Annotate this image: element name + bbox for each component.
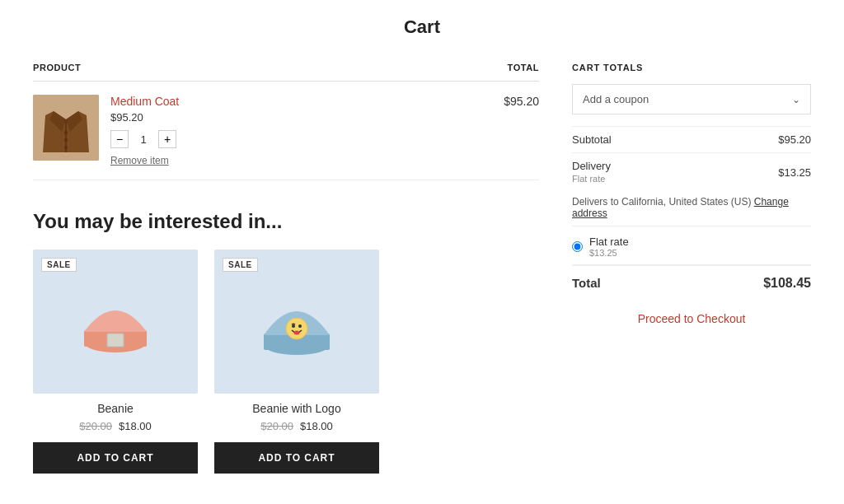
upsell-image-beanie-logo: SALE xyxy=(214,250,379,394)
svg-point-13 xyxy=(286,318,307,339)
remove-item-link[interactable]: Remove item xyxy=(110,155,169,166)
sale-badge-logo: SALE xyxy=(223,258,258,272)
product-cell: Medium Coat $95.20 − 1 + Remove item xyxy=(33,95,441,166)
total-col-header: TOTAL xyxy=(441,63,539,82)
svg-point-16 xyxy=(294,330,300,334)
upsell-name-beanie-logo: Beanie with Logo xyxy=(214,402,379,415)
old-price-beanie: $20.00 xyxy=(79,420,112,432)
add-to-cart-beanie-logo-button[interactable]: ADD TO CART xyxy=(214,442,379,474)
delivery-value: $13.25 xyxy=(702,153,811,192)
flat-rate-row: Flat rate $13.25 xyxy=(572,226,811,258)
total-label: Total xyxy=(572,276,601,291)
quantity-control: − 1 + xyxy=(110,130,179,148)
svg-point-6 xyxy=(64,138,68,142)
svg-point-15 xyxy=(298,324,302,328)
total-row: Total $108.45 xyxy=(572,264,811,291)
upsell-prices-beanie-logo: $20.00 $18.00 xyxy=(214,420,379,432)
new-price-beanie: $18.00 xyxy=(119,420,152,432)
cart-table: PRODUCT TOTAL xyxy=(33,63,539,180)
product-col-header: PRODUCT xyxy=(33,63,441,82)
upsell-section: You may be interested in... SALE xyxy=(33,210,539,474)
coupon-label: Add a coupon xyxy=(583,93,649,105)
product-image xyxy=(33,95,99,161)
delivery-row: Delivery Flat rate $13.25 xyxy=(572,153,811,192)
cart-sidebar: CART TOTALS Add a coupon ⌄ Subtotal $95.… xyxy=(572,63,811,474)
upsell-card-beanie-logo: SALE xyxy=(214,250,379,474)
flat-rate-label: Flat rate xyxy=(589,236,629,248)
product-name: Medium Coat xyxy=(110,95,179,108)
flat-rate-sub: $13.25 xyxy=(589,248,629,258)
svg-point-7 xyxy=(64,146,68,149)
totals-table: Subtotal $95.20 Delivery Flat rate $13.2… xyxy=(572,126,811,191)
subtotal-value: $95.20 xyxy=(702,127,811,153)
svg-point-5 xyxy=(64,131,68,134)
quantity-value: 1 xyxy=(135,133,152,146)
delivery-address: Delivers to California, United States (U… xyxy=(572,196,811,219)
total-value: $108.45 xyxy=(763,276,811,291)
upsell-card-beanie: SALE Beanie $20. xyxy=(33,250,198,474)
upsell-title: You may be interested in... xyxy=(33,210,539,233)
chevron-down-icon: ⌄ xyxy=(792,94,800,105)
coupon-row[interactable]: Add a coupon ⌄ xyxy=(572,84,811,114)
add-to-cart-beanie-button[interactable]: ADD TO CART xyxy=(33,442,198,474)
old-price-beanie-logo: $20.00 xyxy=(260,420,293,432)
upsell-name-beanie: Beanie xyxy=(33,402,198,415)
sale-badge: SALE xyxy=(41,258,77,272)
subtotal-row: Subtotal $95.20 xyxy=(572,127,811,153)
upsell-prices-beanie: $20.00 $18.00 xyxy=(33,420,198,432)
page-title: Cart xyxy=(33,16,811,38)
sidebar-title: CART TOTALS xyxy=(572,63,811,72)
subtotal-label: Subtotal xyxy=(572,127,702,153)
line-total: $95.20 xyxy=(441,82,539,180)
product-info: Medium Coat $95.20 − 1 + Remove item xyxy=(110,95,179,166)
new-price-beanie-logo: $18.00 xyxy=(300,420,333,432)
quantity-decrease-button[interactable]: − xyxy=(110,130,129,148)
cart-main: PRODUCT TOTAL xyxy=(33,63,539,474)
quantity-increase-button[interactable]: + xyxy=(158,130,176,148)
flat-rate-radio[interactable] xyxy=(572,241,583,252)
svg-rect-10 xyxy=(107,334,124,347)
product-price: $95.20 xyxy=(110,111,179,124)
table-row: Medium Coat $95.20 − 1 + Remove item xyxy=(33,82,539,180)
delivery-label: Delivery Flat rate xyxy=(572,153,702,192)
checkout-button[interactable]: Proceed to Checkout xyxy=(572,302,811,335)
svg-point-14 xyxy=(292,324,295,328)
upsell-image-beanie: SALE xyxy=(33,250,198,394)
upsell-grid: SALE Beanie $20. xyxy=(33,250,539,474)
delivery-sub: Flat rate xyxy=(572,174,605,184)
